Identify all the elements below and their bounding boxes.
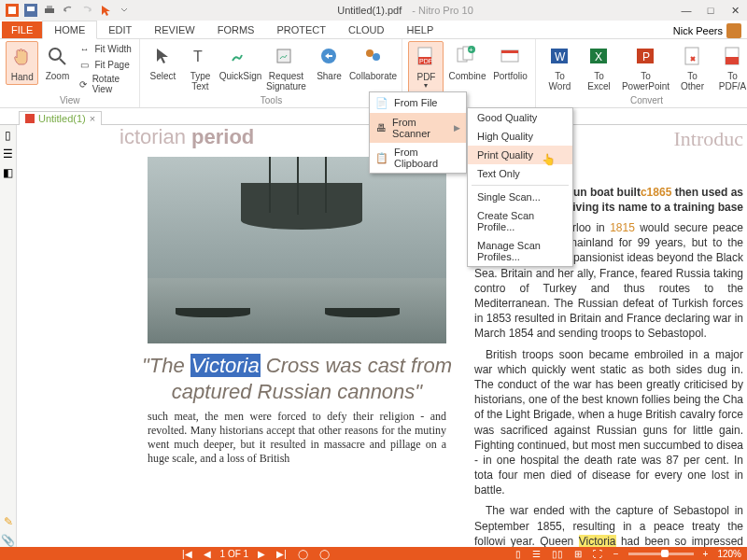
from-clipboard-label: From Clipboard xyxy=(394,147,460,169)
from-scanner-item[interactable]: 🖶From Scanner▶ xyxy=(370,113,466,143)
to-excel-button[interactable]: XTo Excel xyxy=(581,41,616,93)
share-label: Share xyxy=(317,71,342,81)
single-page-view-icon[interactable]: ▯ xyxy=(514,549,523,559)
tab-edit[interactable]: EDIT xyxy=(97,21,143,38)
rotate-view-button[interactable]: ⟳Rotate View xyxy=(76,73,134,95)
ppt-label: To PowerPoint xyxy=(622,71,669,91)
prev-page-button[interactable]: ◀ xyxy=(202,549,213,559)
close-tab-icon[interactable]: × xyxy=(90,113,95,124)
type-text-button[interactable]: TType Text xyxy=(183,41,217,93)
fit-page-label: Fit Page xyxy=(94,60,129,70)
para-r4: The war ended with the capture of Sebast… xyxy=(474,503,743,547)
high-quality-item[interactable]: High Quality xyxy=(468,127,572,146)
zoom-slider[interactable] xyxy=(628,553,694,555)
svg-rect-8 xyxy=(277,49,290,63)
save-icon[interactable] xyxy=(22,2,39,19)
rotate-icon: ⟳ xyxy=(78,77,88,91)
other-icon xyxy=(679,43,705,69)
tab-protect[interactable]: PROTECT xyxy=(265,21,337,38)
file-icon: 📄 xyxy=(375,96,388,109)
document-tab[interactable]: Untitled(1) × xyxy=(19,111,102,125)
pdf-button[interactable]: PDFPDF▾ xyxy=(408,41,444,93)
cursor-icon[interactable] xyxy=(97,2,114,19)
doc-icon xyxy=(25,114,35,123)
pages-panel-icon[interactable]: ▯ xyxy=(2,129,15,142)
share-button[interactable]: Share xyxy=(312,41,345,83)
file-tab[interactable]: FILE xyxy=(2,21,42,38)
tab-review[interactable]: REVIEW xyxy=(143,21,205,38)
tab-cloud[interactable]: CLOUD xyxy=(337,21,396,38)
zoom-label: Zoom xyxy=(46,71,70,81)
svg-point-11 xyxy=(373,53,380,61)
hand-tool-button[interactable]: Hand xyxy=(6,41,38,85)
back-button[interactable]: ◯ xyxy=(296,549,310,559)
quicksign-button[interactable]: QuickSign xyxy=(220,41,260,83)
close-button[interactable]: ✕ xyxy=(723,0,747,21)
forward-button[interactable]: ◯ xyxy=(317,549,331,559)
undo-icon[interactable] xyxy=(60,2,77,19)
combine-button[interactable]: +Combine xyxy=(447,41,486,83)
create-scan-profile-item[interactable]: Create Scan Profile... xyxy=(468,206,572,236)
fit-page-button[interactable]: ▭Fit Page xyxy=(76,57,134,72)
last-page-button[interactable]: ▶| xyxy=(275,549,289,559)
left-sidebar: ▯ ☰ ◧ ✎ 📎 xyxy=(0,125,17,547)
layers-panel-icon[interactable]: ◧ xyxy=(2,166,15,179)
portfolio-button[interactable]: Portfolio xyxy=(490,41,529,83)
continuous-view-icon[interactable]: ☰ xyxy=(530,549,543,559)
print-quality-item[interactable]: Print Quality xyxy=(468,146,572,164)
qat-dropdown-icon[interactable] xyxy=(116,2,133,19)
zoom-in-button[interactable]: + xyxy=(701,549,711,559)
bookmarks-panel-icon[interactable]: ☰ xyxy=(2,147,15,161)
workspace: ▯ ☰ ◧ ✎ 📎 ictorian period "The Victori xyxy=(0,125,747,547)
word-label: To Word xyxy=(543,71,575,91)
app-icon[interactable] xyxy=(4,2,21,19)
fit-width-button[interactable]: ↔Fit Width xyxy=(76,41,134,56)
zoom-button[interactable]: Zoom xyxy=(42,41,72,83)
tab-home[interactable]: HOME xyxy=(42,21,97,39)
text-only-item[interactable]: Text Only xyxy=(468,164,572,183)
maximize-button[interactable]: □ xyxy=(698,0,723,21)
search-highlight: Victoria xyxy=(579,535,616,547)
first-page-button[interactable]: |◀ xyxy=(180,549,194,559)
window-title: Untitled(1).pdf - Nitro Pro 10 xyxy=(136,5,674,16)
redo-icon[interactable] xyxy=(78,2,95,19)
from-file-label: From File xyxy=(394,97,437,108)
good-quality-item[interactable]: Good Quality xyxy=(468,108,572,127)
fullscreen-icon[interactable]: ⛶ xyxy=(591,549,604,559)
zoom-out-button[interactable]: − xyxy=(612,549,621,559)
facing-view-icon[interactable]: ▯▯ xyxy=(550,549,565,559)
scanner-icon: 🖶 xyxy=(375,121,387,134)
minimize-button[interactable]: — xyxy=(674,0,698,21)
svg-text:W: W xyxy=(555,50,566,63)
user-area[interactable]: Nick Peers xyxy=(673,23,747,38)
from-clipboard-item[interactable]: 📋From Clipboard xyxy=(370,143,466,173)
to-word-button[interactable]: WTo Word xyxy=(542,41,577,93)
print-icon[interactable] xyxy=(41,2,58,19)
continuous-facing-icon[interactable]: ⊞ xyxy=(572,549,584,559)
pdfa-label: To PDF/A xyxy=(715,71,747,91)
group-view-label: View xyxy=(6,95,134,107)
request-signature-button[interactable]: Request Signature xyxy=(263,41,308,93)
svg-text:X: X xyxy=(595,50,602,63)
cursor-icon: 👆 xyxy=(542,153,556,166)
title-bar: Untitled(1).pdf - Nitro Pro 10 — □ ✕ xyxy=(0,0,747,21)
to-other-button[interactable]: To Other xyxy=(674,41,710,93)
tab-help[interactable]: HELP xyxy=(396,21,445,38)
highlighted-selection: Victoria xyxy=(190,354,261,377)
select-button[interactable]: Select xyxy=(146,41,179,83)
single-scan-item[interactable]: Single Scan... xyxy=(468,188,572,206)
fit-width-label: Fit Width xyxy=(94,44,131,54)
to-pdfa-button[interactable]: To PDF/A xyxy=(713,41,747,93)
manage-scan-profiles-item[interactable]: Manage Scan Profiles... xyxy=(468,236,572,266)
next-page-button[interactable]: ▶ xyxy=(256,549,267,559)
from-file-item[interactable]: 📄From File xyxy=(370,92,466,113)
document-canvas[interactable]: ictorian period "The Victoria Cross was … xyxy=(17,125,747,547)
type-text-label: Type Text xyxy=(185,71,215,91)
comments-panel-icon[interactable]: ✎ xyxy=(2,515,15,528)
to-powerpoint-button[interactable]: PTo PowerPoint xyxy=(620,41,670,93)
tab-forms[interactable]: FORMS xyxy=(206,21,266,38)
attachments-panel-icon[interactable]: 📎 xyxy=(2,534,15,547)
request-sig-label: Request Signature xyxy=(265,71,306,91)
collaborate-button[interactable]: Collaborate xyxy=(349,41,396,83)
combine-label: Combine xyxy=(448,71,486,81)
